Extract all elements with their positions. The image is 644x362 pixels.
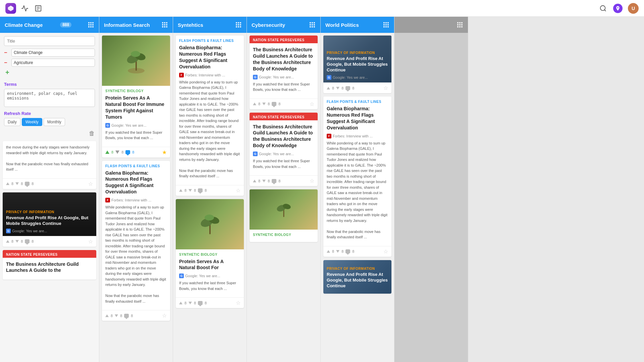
column-settings-climate-change[interactable] <box>88 21 94 28</box>
column-scroll-info-search[interactable]: SYNTHETIC BIOLOGY Protein Serves As A Na… <box>99 33 173 362</box>
comment-icon <box>124 314 129 318</box>
google-icon-wp-1: G <box>327 75 331 80</box>
column-settings-cybersecurity[interactable] <box>309 21 316 28</box>
newspaper-icon[interactable] <box>34 4 43 13</box>
card-revenue-dark-1: PRIVACY OF INFORMATION Revenue And Profi… <box>3 192 96 247</box>
search-button[interactable] <box>598 4 608 13</box>
column-title-climate-change: Climate Change <box>5 22 43 28</box>
card-title-wp-1: Revenue And Profit Rise At Google, But M… <box>327 56 388 73</box>
column-settings-world-politics[interactable] <box>383 21 389 28</box>
user-avatar[interactable]: U <box>628 3 639 14</box>
column-scroll-world-politics[interactable]: PRIVACY OF INFORMATION Revenue And Profi… <box>321 33 394 362</box>
card-galena-wp: FLASH POINTS & FAULT LINES Galena Biopha… <box>323 97 391 257</box>
card-body-galena-info: FLASH POINTS & FAULT LINES Galena Biopha… <box>102 161 170 310</box>
card-body-ba-guild-2: The Business Architecture Guild Launches… <box>250 120 318 176</box>
card-body-protein-cyber: SYNTHETIC BIOLOGY <box>250 230 318 242</box>
delete-button[interactable]: 🗑 <box>89 130 95 137</box>
filter-row-1: − Climate Change <box>4 49 95 57</box>
refresh-weekly[interactable]: Weekly <box>22 118 42 126</box>
app-logo[interactable] <box>5 3 16 14</box>
star-button[interactable]: ☆ <box>310 178 314 184</box>
star-button[interactable]: ★ <box>162 149 167 156</box>
title-input[interactable] <box>4 36 95 46</box>
star-button[interactable]: ☆ <box>310 101 314 107</box>
svg-point-16 <box>205 215 214 221</box>
filter-remove-2[interactable]: − <box>4 60 9 66</box>
card-protein-1: SYNTHETIC BIOLOGY Protein Serves As A Na… <box>102 36 170 158</box>
forbes-icon-galena-synth: F <box>179 73 184 77</box>
terms-textarea[interactable]: environment, polar caps, fuel emissions <box>4 89 95 107</box>
terms-label: Terms <box>4 82 95 87</box>
column-header-empty <box>394 17 468 33</box>
vote-down-count: 8 <box>120 314 122 318</box>
refresh-buttons: Daily Weekly Monthly <box>4 118 95 126</box>
column-syntehtics: Syntehtics FLASH POINTS & FAULT LINES Ga… <box>173 17 247 362</box>
star-button[interactable]: ☆ <box>88 181 93 187</box>
star-button[interactable]: ☆ <box>88 238 93 245</box>
vote-down-icon <box>262 103 266 105</box>
vote-down-icon <box>15 182 19 185</box>
card-source-text-galena-info: Forbes: Interview with ... <box>111 198 151 202</box>
card-category-galena-synth: FLASH POINTS & FAULT LINES <box>179 39 240 43</box>
star-button[interactable]: ☆ <box>383 248 388 255</box>
card-source-text-1: Google: Yes we are... <box>12 229 47 233</box>
vote-down-icon <box>262 180 266 182</box>
refresh-daily[interactable]: Daily <box>4 118 20 126</box>
card-category-wp-1: PRIVACY OF INFORMATION <box>327 51 388 55</box>
card-overlay-content-wp-2: PRIVACY OF INFORMATION Revenue And Profi… <box>323 264 391 294</box>
star-button[interactable]: ☆ <box>162 312 167 319</box>
stats-icon[interactable] <box>20 4 30 13</box>
refresh-monthly[interactable]: Monthly <box>44 118 65 126</box>
comment-icon <box>345 86 350 90</box>
card-ba-guild-2: NATION STATE PERSEVERES The Business Arc… <box>250 113 318 186</box>
vote-up-icon <box>179 189 182 192</box>
card-image-protein-synth <box>176 199 244 249</box>
comment-icon <box>272 179 276 183</box>
card-category-galena-info: FLASH POINTS & FAULT LINES <box>105 164 167 168</box>
pin-icon-svg <box>615 6 621 11</box>
card-image-protein-cyber <box>250 189 318 230</box>
column-scroll-syntehtics[interactable]: FLASH POINTS & FAULT LINES Galena Biopha… <box>173 33 247 362</box>
filter-add-row: + <box>4 69 95 76</box>
comment-count: 8 <box>278 102 280 106</box>
column-scroll-cybersecurity[interactable]: NATION STATE PERSEVERES The Business Arc… <box>247 33 320 362</box>
card-actions-revenue-wp-1: 8 8 8 ☆ <box>323 82 391 93</box>
vote-down-count: 8 <box>121 150 123 154</box>
card-protein-cyber: SYNTHETIC BIOLOGY <box>250 189 318 242</box>
vote-down-count: 8 <box>21 239 23 243</box>
star-button[interactable]: ☆ <box>236 300 240 306</box>
filter-select-1[interactable]: Climate Change <box>11 49 95 57</box>
card-source-wp-1: G Google: Yes we are... <box>327 75 388 80</box>
filter-select-2[interactable]: Agriculture <box>11 59 95 67</box>
card-galena-synth: FLASH POINTS & FAULT LINES Galena Biopha… <box>176 36 244 196</box>
card-excerpt-galena-wp: While pondering of a way to sum up Galen… <box>327 140 388 240</box>
nation-banner-1: NATION STATE PERSEVERES <box>3 251 96 258</box>
star-button[interactable]: ☆ <box>383 85 388 91</box>
vote-down-count: 8 <box>341 86 343 90</box>
location-pin-button[interactable] <box>613 4 623 13</box>
filter-remove-1[interactable]: − <box>4 50 9 56</box>
vote-down-count: 8 <box>268 179 270 183</box>
column-scroll-climate-change[interactable]: the move during the early stages were ha… <box>0 138 99 362</box>
card-excerpt-ba-2: If you watched the last three Super Bowl… <box>253 158 314 169</box>
comment-count: 8 <box>32 182 34 186</box>
card-body-protein-synth: SYNTHETIC BIOLOGY Protein Serves As A Na… <box>176 249 244 298</box>
vote-up-icon <box>6 182 9 185</box>
card-excerpt-text: the move during the early stages were ha… <box>6 144 93 172</box>
column-settings-syntehtics[interactable] <box>235 21 242 28</box>
source-google-icon: G <box>6 229 11 233</box>
card-body-galena-wp: FLASH POINTS & FAULT LINES Galena Biopha… <box>323 97 391 246</box>
card-title-protein-1: Protein Serves As A Natural Boost For Im… <box>105 95 167 120</box>
column-header-climate-change: Climate Change 888 <box>0 17 99 33</box>
vote-down-icon <box>15 240 19 243</box>
google-icon-ba-1: G <box>253 75 258 79</box>
column-settings-empty[interactable] <box>457 21 463 28</box>
column-settings-info-search[interactable] <box>161 21 168 28</box>
card-title-galena-wp: Galena Biopharma: Numerous Red Flags Sug… <box>327 106 388 131</box>
star-button[interactable]: ☆ <box>236 187 240 194</box>
filter-add-button[interactable]: + <box>4 69 9 76</box>
card-overlay-content-wp-1: PRIVACY OF INFORMATION Revenue And Profi… <box>323 48 391 82</box>
vote-down-icon <box>336 250 339 253</box>
card-category-protein-1: SYNTHETIC BIOLOGY <box>105 89 167 93</box>
card-source-text-ba-1: Google: Yes we are... <box>259 75 294 79</box>
